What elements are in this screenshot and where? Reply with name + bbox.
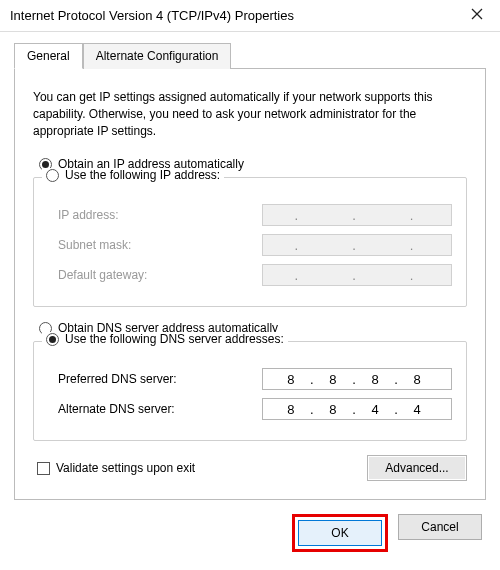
- tab-general[interactable]: General: [14, 43, 83, 69]
- advanced-button[interactable]: Advanced...: [367, 455, 467, 481]
- dialog-footer: OK Cancel: [14, 514, 486, 552]
- radio-icon: [46, 333, 59, 346]
- alternate-dns-input[interactable]: [262, 398, 452, 420]
- ip-manual-row[interactable]: Use the following IP address:: [42, 168, 224, 182]
- ok-highlight: OK: [292, 514, 388, 552]
- cancel-button[interactable]: Cancel: [398, 514, 482, 540]
- checkbox-icon: [37, 462, 50, 475]
- subnet-mask-input: [262, 234, 452, 256]
- ip-address-input: [262, 204, 452, 226]
- titlebar: Internet Protocol Version 4 (TCP/IPv4) P…: [0, 0, 500, 32]
- ip-manual-label: Use the following IP address:: [65, 168, 220, 182]
- ip-address-label: IP address:: [48, 208, 118, 222]
- validate-label: Validate settings upon exit: [56, 461, 195, 475]
- tab-strip: General Alternate Configuration: [14, 43, 486, 69]
- radio-icon: [46, 169, 59, 182]
- dns-manual-row[interactable]: Use the following DNS server addresses:: [42, 332, 288, 346]
- tab-alternate[interactable]: Alternate Configuration: [83, 43, 232, 69]
- preferred-dns-label: Preferred DNS server:: [48, 372, 177, 386]
- dns-manual-group: Use the following DNS server addresses: …: [33, 341, 467, 441]
- dialog-body: General Alternate Configuration You can …: [0, 32, 500, 566]
- subnet-mask-label: Subnet mask:: [48, 238, 131, 252]
- preferred-dns-input[interactable]: [262, 368, 452, 390]
- window-title: Internet Protocol Version 4 (TCP/IPv4) P…: [10, 8, 294, 23]
- ok-button[interactable]: OK: [298, 520, 382, 546]
- close-icon: [471, 8, 483, 23]
- close-button[interactable]: [454, 0, 500, 32]
- dns-manual-label: Use the following DNS server addresses:: [65, 332, 284, 346]
- bottom-row: Validate settings upon exit Advanced...: [33, 455, 467, 481]
- alternate-dns-label: Alternate DNS server:: [48, 402, 175, 416]
- tab-panel-general: You can get IP settings assigned automat…: [14, 68, 486, 500]
- ip-manual-group: Use the following IP address: IP address…: [33, 177, 467, 307]
- intro-text: You can get IP settings assigned automat…: [33, 89, 467, 139]
- default-gateway-input: [262, 264, 452, 286]
- default-gateway-label: Default gateway:: [48, 268, 147, 282]
- validate-row[interactable]: Validate settings upon exit: [33, 461, 195, 475]
